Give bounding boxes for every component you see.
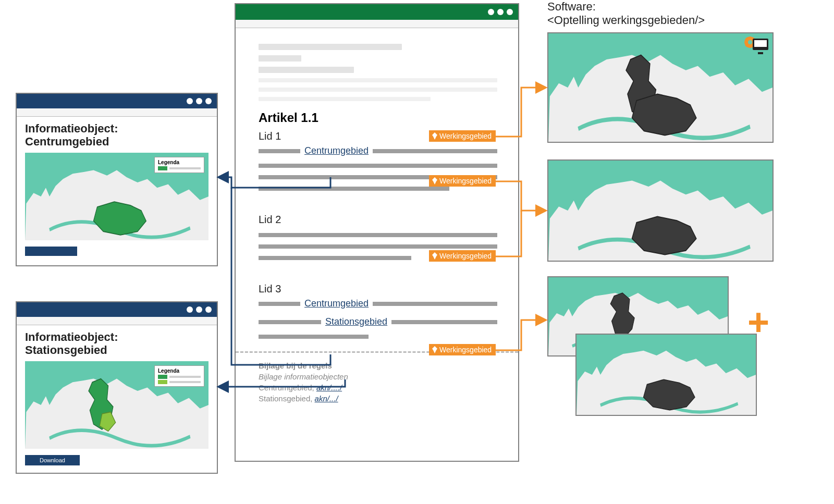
window-control-dot[interactable]: [187, 98, 193, 104]
akn-link[interactable]: akn/..../: [316, 383, 342, 392]
download-button[interactable]: [25, 247, 77, 256]
werkingsgebied-tag-lid1[interactable]: Werkingsgebied: [429, 175, 496, 187]
link-centrumgebied[interactable]: Centrumgebied: [303, 145, 370, 156]
window-control-dot[interactable]: [196, 98, 202, 104]
document-window: Artikel 1.1 Lid 1 Centrumgebied Lid 2 Li…: [235, 3, 519, 462]
window-control-dot[interactable]: [205, 98, 212, 104]
map-centrum-small: [575, 334, 757, 416]
lid3-title: Lid 3: [259, 283, 497, 295]
info-object-title: Informatieobject: Stationsgebied: [25, 330, 208, 357]
map-pin-icon: [432, 252, 437, 260]
map-all-areas: [547, 32, 774, 143]
akn-link[interactable]: akn/.../: [315, 394, 338, 403]
address-bar: [236, 20, 518, 28]
info-object-station-window: Informatieobject: Stationsgebied Legenda…: [16, 301, 218, 474]
map-centrum-area: [547, 159, 774, 262]
lid2-title: Lid 2: [259, 214, 497, 226]
bijlage-heading: Bijlage bij de regels: [259, 360, 497, 371]
info-object-title: Informatieobject: Centrumgebied: [25, 122, 208, 149]
window-control-dot[interactable]: [497, 9, 504, 15]
address-bar: [17, 317, 217, 325]
legend: Legenda: [154, 365, 204, 387]
station-map: Legenda: [25, 361, 208, 449]
processing-icon: [745, 38, 768, 52]
info-object-centrum-window: Informatieobject: Centrumgebied Legenda: [16, 93, 218, 266]
bijlage-subheading: Bijlage informatieobjecten: [259, 371, 497, 382]
bijlage-row-station: Stationsgebied, akn/.../: [259, 393, 497, 404]
titlebar: [17, 302, 217, 317]
software-heading: Software: <Optelling werkingsgebieden/>: [547, 0, 777, 31]
window-control-dot[interactable]: [205, 306, 212, 313]
map-pin-icon: [432, 132, 437, 140]
address-bar: [17, 108, 217, 117]
link-centrumgebied[interactable]: Centrumgebied: [303, 298, 370, 309]
window-control-dot[interactable]: [507, 9, 513, 15]
plus-symbol: +: [747, 303, 769, 341]
article-title: Artikel 1.1: [259, 110, 497, 125]
window-control-dot[interactable]: [488, 9, 494, 15]
centrum-map: Legenda: [25, 153, 208, 240]
titlebar: [17, 94, 217, 108]
werkingsgebied-tag-article[interactable]: Werkingsgebied: [429, 130, 496, 142]
legend-title: Legenda: [158, 368, 201, 374]
titlebar: [236, 4, 518, 20]
werkingsgebied-tag-lid2[interactable]: Werkingsgebied: [429, 250, 496, 262]
werkingsgebied-tag-lid3[interactable]: Werkingsgebied: [429, 344, 496, 355]
map-pin-icon: [432, 346, 437, 353]
window-control-dot[interactable]: [187, 306, 193, 313]
map-pin-icon: [432, 177, 437, 185]
window-control-dot[interactable]: [196, 306, 202, 313]
legend: Legenda: [154, 157, 204, 173]
legend-title: Legenda: [158, 159, 201, 165]
bijlage-block: Bijlage bij de regels Bijlage informatie…: [259, 360, 497, 404]
download-button[interactable]: Download: [25, 455, 80, 465]
lid3-line-station: Stationsgebied: [259, 316, 497, 327]
lid3-line-centrum: Centrumgebied: [259, 298, 497, 309]
link-stationsgebied[interactable]: Stationsgebied: [324, 316, 388, 327]
bijlage-row-centrum: Centrumgebied, akn/..../: [259, 382, 497, 393]
lid1-first-line: Centrumgebied: [259, 145, 497, 156]
